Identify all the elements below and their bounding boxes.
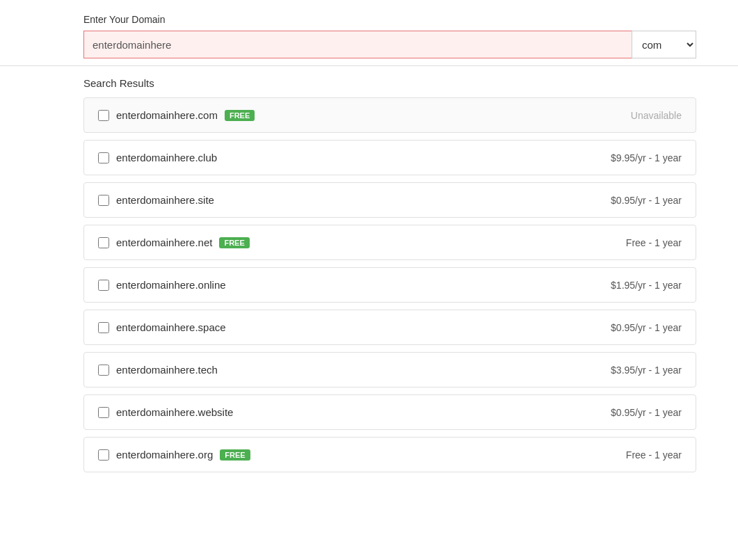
domain-input-row: comnetorgclubsiteonlinespacetechwebsite xyxy=(83,31,696,58)
result-left: enterdomainhere.club xyxy=(98,152,217,163)
result-left: enterdomainhere.tech xyxy=(98,364,218,376)
result-left: enterdomainhere.netFREE xyxy=(98,237,250,248)
domain-name: enterdomainhere.org xyxy=(116,449,213,461)
domain-price: $3.95/yr - 1 year xyxy=(611,365,682,376)
domain-price: Free - 1 year xyxy=(626,237,682,248)
free-badge: FREE xyxy=(220,449,250,461)
domain-input[interactable] xyxy=(83,31,632,58)
domain-checkbox[interactable] xyxy=(98,407,109,418)
domain-name: enterdomainhere.net xyxy=(116,237,212,248)
domain-label: Enter Your Domain xyxy=(83,14,696,25)
free-badge: FREE xyxy=(219,237,249,248)
result-left: enterdomainhere.comFREE xyxy=(98,109,255,121)
domain-name: enterdomainhere.online xyxy=(116,279,226,291)
result-left: enterdomainhere.orgFREE xyxy=(98,449,250,461)
free-badge: FREE xyxy=(225,110,255,121)
results-label: Search Results xyxy=(83,77,696,89)
table-row: enterdomainhere.online$1.95/yr - 1 year xyxy=(83,267,696,303)
table-row: enterdomainhere.club$9.95/yr - 1 year xyxy=(83,140,696,175)
domain-price: $0.95/yr - 1 year xyxy=(611,195,682,206)
results-section: Search Results enterdomainhere.comFREEUn… xyxy=(0,66,738,493)
domain-checkbox[interactable] xyxy=(98,280,109,291)
results-list: enterdomainhere.comFREEUnavailableenterd… xyxy=(83,97,696,472)
domain-price: $9.95/yr - 1 year xyxy=(611,152,682,163)
result-left: enterdomainhere.site xyxy=(98,194,214,206)
domain-name: enterdomainhere.com xyxy=(116,109,218,121)
domain-checkbox[interactable] xyxy=(98,110,109,121)
domain-name: enterdomainhere.site xyxy=(116,194,214,206)
table-row: enterdomainhere.website$0.95/yr - 1 year xyxy=(83,394,696,430)
domain-price: $0.95/yr - 1 year xyxy=(611,322,682,333)
top-section: Enter Your Domain comnetorgclubsiteonlin… xyxy=(0,0,738,66)
domain-price: Unavailable xyxy=(631,110,682,121)
domain-name: enterdomainhere.space xyxy=(116,321,226,333)
table-row: enterdomainhere.comFREEUnavailable xyxy=(83,97,696,133)
domain-name: enterdomainhere.club xyxy=(116,152,217,163)
domain-checkbox[interactable] xyxy=(98,365,109,376)
result-left: enterdomainhere.online xyxy=(98,279,226,291)
domain-price: $1.95/yr - 1 year xyxy=(611,280,682,291)
domain-checkbox[interactable] xyxy=(98,449,109,461)
domain-name: enterdomainhere.tech xyxy=(116,364,218,376)
table-row: enterdomainhere.tech$3.95/yr - 1 year xyxy=(83,352,696,387)
result-left: enterdomainhere.website xyxy=(98,406,233,418)
domain-price: $0.95/yr - 1 year xyxy=(611,407,682,418)
table-row: enterdomainhere.site$0.95/yr - 1 year xyxy=(83,182,696,218)
domain-checkbox[interactable] xyxy=(98,195,109,206)
table-row: enterdomainhere.orgFREEFree - 1 year xyxy=(83,437,696,472)
domain-checkbox[interactable] xyxy=(98,322,109,333)
extension-select[interactable]: comnetorgclubsiteonlinespacetechwebsite xyxy=(632,31,696,58)
table-row: enterdomainhere.netFREEFree - 1 year xyxy=(83,225,696,260)
table-row: enterdomainhere.space$0.95/yr - 1 year xyxy=(83,310,696,345)
domain-checkbox[interactable] xyxy=(98,237,109,248)
domain-checkbox[interactable] xyxy=(98,152,109,163)
domain-name: enterdomainhere.website xyxy=(116,406,233,418)
domain-price: Free - 1 year xyxy=(626,449,682,461)
result-left: enterdomainhere.space xyxy=(98,321,226,333)
